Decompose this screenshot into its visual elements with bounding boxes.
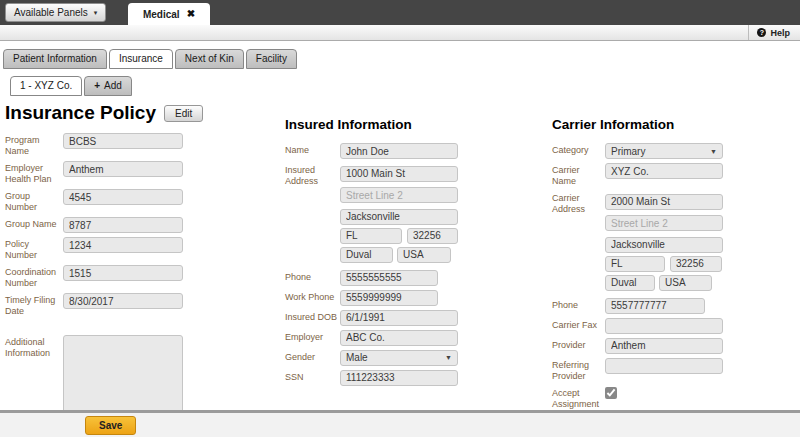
carrier-address-group xyxy=(605,191,797,294)
referring-provider-label: Referring Provider xyxy=(552,358,605,382)
category-select[interactable]: Primary ▼ xyxy=(605,143,723,159)
group-name-input[interactable] xyxy=(63,217,183,233)
field-row: Gender Male ▼ xyxy=(285,350,547,366)
field-row: Policy Number xyxy=(5,237,267,261)
field-row: Insured Address xyxy=(285,163,547,266)
plus-icon: + xyxy=(94,80,100,91)
field-row: Work Phone xyxy=(285,290,547,306)
insured-street1-input[interactable] xyxy=(340,166,458,182)
close-icon[interactable]: ✖ xyxy=(187,9,195,19)
field-row: Carrier Name xyxy=(552,163,797,187)
ssn-input[interactable] xyxy=(340,370,458,386)
insured-phone-input[interactable] xyxy=(340,270,438,286)
insured-country-input[interactable] xyxy=(397,247,451,263)
window-top-bar: Available Panels ▾ Medical ✖ xyxy=(0,0,800,25)
carrier-phone-label: Phone xyxy=(552,298,605,311)
provider-input[interactable] xyxy=(605,338,723,354)
chevron-down-icon: ▼ xyxy=(710,148,717,155)
carrier-country-input[interactable] xyxy=(659,275,712,291)
help-button[interactable]: ? Help xyxy=(748,25,800,40)
policy-tab-xyz[interactable]: 1 - XYZ Co. xyxy=(10,76,82,96)
policy-section: Insurance Policy Edit Program Name Emplo… xyxy=(5,102,267,437)
policy-number-label: Policy Number xyxy=(5,237,63,261)
additional-information-label: Additional Information xyxy=(5,335,63,359)
field-row: Employer xyxy=(285,330,547,346)
carrier-city-input[interactable] xyxy=(605,237,723,253)
tab-patient-information[interactable]: Patient Information xyxy=(3,49,107,69)
tab-facility[interactable]: Facility xyxy=(246,49,297,69)
policy-tab-add[interactable]: + Add xyxy=(84,76,132,96)
field-row: Phone xyxy=(552,298,797,314)
coordination-number-input[interactable] xyxy=(63,265,183,281)
category-label: Category xyxy=(552,143,605,156)
insured-employer-input[interactable] xyxy=(340,330,458,346)
field-row: Group Name xyxy=(5,217,267,233)
save-button[interactable]: Save xyxy=(85,416,136,435)
edit-button[interactable]: Edit xyxy=(164,105,203,122)
field-row: Group Number xyxy=(5,189,267,213)
field-row: Insured DOB xyxy=(285,310,547,326)
insured-address-label: Insured Address xyxy=(285,163,340,187)
field-row: Coordination Number xyxy=(5,265,267,289)
insured-city-input[interactable] xyxy=(340,209,458,225)
policy-number-input[interactable] xyxy=(63,237,183,253)
field-row: Phone xyxy=(285,270,547,286)
carrier-name-label: Carrier Name xyxy=(552,163,605,187)
carrier-street1-input[interactable] xyxy=(605,194,723,210)
carrier-name-input[interactable] xyxy=(605,163,723,179)
carrier-section: Carrier Information Category Primary ▼ C… xyxy=(552,102,797,437)
ssn-label: SSN xyxy=(285,370,340,383)
main-tabs: Patient Information Insurance Next of Ki… xyxy=(3,49,800,69)
carrier-fax-input[interactable] xyxy=(605,318,723,334)
tab-next-of-kin[interactable]: Next of Kin xyxy=(175,49,244,69)
caret-down-icon: ▾ xyxy=(94,9,98,16)
field-row: Timely Filing Date xyxy=(5,293,267,317)
panel-tab-medical[interactable]: Medical ✖ xyxy=(128,3,210,25)
insured-name-label: Name xyxy=(285,143,340,156)
insured-phone-label: Phone xyxy=(285,270,340,283)
carrier-street2-input[interactable] xyxy=(605,215,723,231)
timely-filing-date-input[interactable] xyxy=(63,293,183,309)
toolbar: ? Help xyxy=(0,25,800,41)
insured-dob-input[interactable] xyxy=(340,310,458,326)
insurance-policy-panel: Insurance Policy Edit Program Name Emplo… xyxy=(0,102,800,426)
carrier-county-input[interactable] xyxy=(605,275,655,291)
employer-health-plan-input[interactable] xyxy=(63,161,183,177)
group-number-input[interactable] xyxy=(63,189,183,205)
available-panels-button[interactable]: Available Panels ▾ xyxy=(5,3,106,22)
group-number-label: Group Number xyxy=(5,189,63,213)
footer-bar: Save xyxy=(0,413,800,437)
program-name-input[interactable] xyxy=(63,133,183,149)
insured-dob-label: Insured DOB xyxy=(285,310,340,323)
work-phone-input[interactable] xyxy=(340,290,438,306)
page-title: Insurance Policy xyxy=(5,102,156,124)
carrier-phone-input[interactable] xyxy=(605,298,705,314)
work-phone-label: Work Phone xyxy=(285,290,340,303)
insured-employer-label: Employer xyxy=(285,330,340,343)
gender-select[interactable]: Male ▼ xyxy=(340,350,458,366)
additional-information-textarea[interactable] xyxy=(63,335,183,420)
insured-zip-input[interactable] xyxy=(407,228,458,244)
add-tab-label: Add xyxy=(104,80,122,91)
insured-section: Insured Information Name Insured Address xyxy=(285,102,547,390)
category-value: Primary xyxy=(611,146,645,157)
insured-name-input[interactable] xyxy=(340,143,458,159)
accept-assignment-label: Accept Assignment xyxy=(552,386,605,410)
carrier-zip-input[interactable] xyxy=(670,256,722,272)
insured-state-input[interactable] xyxy=(340,228,402,244)
tab-insurance[interactable]: Insurance xyxy=(109,49,173,69)
accept-assignment-checkbox[interactable] xyxy=(605,387,617,399)
field-row: Carrier Fax xyxy=(552,318,797,334)
gender-label: Gender xyxy=(285,350,340,363)
insured-street2-input[interactable] xyxy=(340,187,458,203)
panel-tab-label: Medical xyxy=(143,9,180,20)
referring-provider-input[interactable] xyxy=(605,358,723,374)
insured-county-input[interactable] xyxy=(340,247,393,263)
employer-health-plan-label: Employer Health Plan xyxy=(5,161,63,185)
carrier-state-input[interactable] xyxy=(605,256,665,272)
field-row: Program Name xyxy=(5,133,267,157)
timely-filing-date-label: Timely Filing Date xyxy=(5,293,63,317)
chevron-down-icon: ▼ xyxy=(445,354,452,361)
field-row: Employer Health Plan xyxy=(5,161,267,185)
field-row: Category Primary ▼ xyxy=(552,143,797,159)
